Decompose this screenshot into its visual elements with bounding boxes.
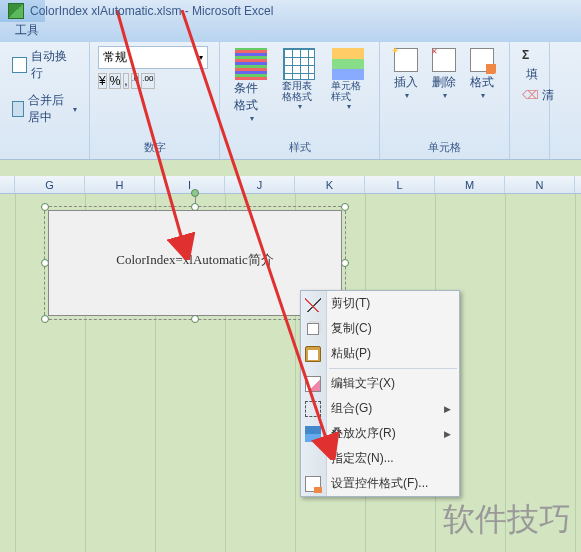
- clear-button[interactable]: ⌫ 清: [518, 85, 541, 106]
- menu-group[interactable]: 组合(G) ▶: [301, 396, 459, 421]
- col-header-blank[interactable]: [0, 176, 15, 193]
- ribbon-group-alignment: 自动换行 合并后居中: [0, 42, 90, 159]
- number-format-select[interactable]: 常规 ▾: [98, 46, 208, 69]
- column-headers: G H I J K L M N: [0, 176, 581, 194]
- order-icon: [305, 426, 321, 442]
- col-header-h[interactable]: H: [85, 176, 155, 193]
- ribbon-tabbar: 工具: [0, 22, 581, 42]
- conditional-format-icon: [235, 48, 267, 80]
- conditional-format-button[interactable]: 条件格式: [228, 46, 274, 125]
- edit-text-icon: [305, 376, 321, 392]
- menu-order[interactable]: 叠放次序(R) ▶: [301, 421, 459, 446]
- merge-center-button[interactable]: 合并后居中: [8, 90, 81, 128]
- group-icon: [305, 401, 321, 417]
- resize-handle-sw[interactable]: [41, 315, 49, 323]
- table-icon: [283, 48, 315, 80]
- window-title: ColorIndex xlAutomatic.xlsm - Microsoft …: [30, 4, 273, 18]
- excel-icon: [8, 3, 24, 19]
- comma-icon[interactable]: ,: [123, 73, 128, 89]
- col-header-n[interactable]: N: [505, 176, 575, 193]
- cell-styles-icon: [332, 48, 364, 80]
- submenu-arrow-icon: ▶: [444, 429, 451, 439]
- scissors-icon: [305, 296, 321, 312]
- merge-icon: [12, 101, 24, 117]
- resize-handle-e[interactable]: [341, 259, 349, 267]
- insert-button[interactable]: 插入: [388, 46, 424, 102]
- wrap-text-button[interactable]: 自动换行: [8, 46, 81, 84]
- group-label-alignment: [8, 153, 81, 157]
- ribbon: 自动换行 合并后居中 常规 ▾ ¥ % , .0 .00 数字: [0, 42, 581, 160]
- copy-icon: [307, 323, 319, 335]
- group-label-cells: 单元格: [388, 138, 501, 157]
- ribbon-group-cells: 插入 删除 格式 单元格: [380, 42, 510, 159]
- context-menu: 剪切(T) 复制(C) 粘贴(P) 编辑文字(X) 组合(G) ▶ 叠放次序(R…: [300, 290, 460, 497]
- resize-handle-s[interactable]: [191, 315, 199, 323]
- group-label-number: 数字: [98, 138, 211, 157]
- cell-styles-button[interactable]: 单元格样式: [325, 46, 371, 125]
- col-header-m[interactable]: M: [435, 176, 505, 193]
- wrap-text-icon: [12, 57, 27, 73]
- menu-cut[interactable]: 剪切(T): [301, 291, 459, 316]
- format-icon: [470, 48, 494, 72]
- decimal-inc-icon[interactable]: .0: [131, 73, 140, 89]
- format-as-table-button[interactable]: 套用表格格式: [276, 46, 322, 125]
- resize-handle-ne[interactable]: [341, 203, 349, 211]
- format-button[interactable]: 格式: [464, 46, 500, 102]
- menu-edit-text[interactable]: 编辑文字(X): [301, 371, 459, 396]
- eraser-icon: ⌫: [522, 88, 538, 104]
- menu-paste[interactable]: 粘贴(P): [301, 341, 459, 366]
- delete-icon: [432, 48, 456, 72]
- col-header-j[interactable]: J: [225, 176, 295, 193]
- autosum-button[interactable]: Σ: [518, 46, 541, 64]
- fill-button[interactable]: 填: [518, 64, 541, 85]
- menu-separator: [329, 368, 457, 369]
- paste-icon: [305, 346, 321, 362]
- format-control-icon: [305, 476, 321, 492]
- delete-button[interactable]: 删除: [426, 46, 462, 102]
- sigma-icon: Σ: [522, 48, 529, 62]
- menu-format-control[interactable]: 设置控件格式(F)...: [301, 471, 459, 496]
- currency-icon[interactable]: ¥: [98, 73, 107, 89]
- col-header-g[interactable]: G: [15, 176, 85, 193]
- decimal-dec-icon[interactable]: .00: [141, 73, 154, 89]
- rotate-handle[interactable]: [191, 189, 199, 197]
- percent-icon[interactable]: %: [109, 73, 122, 89]
- col-header-i[interactable]: I: [155, 176, 225, 193]
- group-label-styles: 样式: [228, 138, 371, 157]
- insert-icon: [394, 48, 418, 72]
- chevron-down-icon: ▾: [199, 53, 203, 62]
- macro-icon: [305, 451, 321, 467]
- tab-tools[interactable]: 工具: [4, 19, 50, 42]
- submenu-arrow-icon: ▶: [444, 404, 451, 414]
- watermark: 软件技巧: [443, 498, 571, 542]
- titlebar: ColorIndex xlAutomatic.xlsm - Microsoft …: [0, 0, 581, 22]
- ribbon-group-number: 常规 ▾ ¥ % , .0 .00 数字: [90, 42, 220, 159]
- menu-assign-macro[interactable]: 指定宏(N)...: [301, 446, 459, 471]
- menu-copy[interactable]: 复制(C): [301, 316, 459, 341]
- col-header-k[interactable]: K: [295, 176, 365, 193]
- textbox-shape[interactable]: ColorIndex=xlAutomatic简介: [48, 210, 342, 316]
- textbox-text: ColorIndex=xlAutomatic简介: [49, 211, 341, 309]
- ribbon-group-styles: 条件格式 套用表格格式 单元格样式 样式: [220, 42, 380, 159]
- ribbon-group-editing: Σ 填 ⌫ 清: [510, 42, 550, 159]
- col-header-l[interactable]: L: [365, 176, 435, 193]
